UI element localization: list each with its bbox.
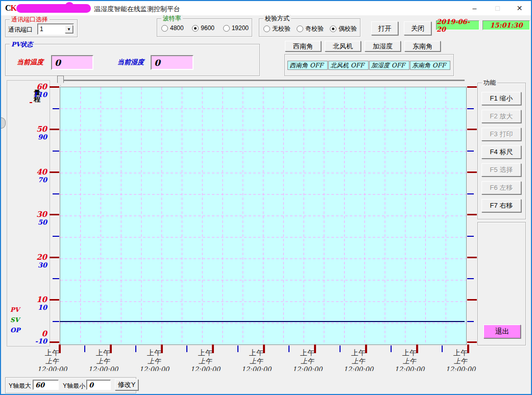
y-label-humidity--10: -10 <box>27 337 47 345</box>
zone-button-北风机[interactable]: 北风机 <box>325 41 361 52</box>
zone-button-西南角[interactable]: 西南角 <box>285 41 321 52</box>
application-window: CK 温湿度智能在线监测控制平台 – □ ✕ 通讯端口选择 通讯端口 1 ▼ 波… <box>0 0 532 395</box>
function-group: 功能 F1 缩小F2 放大F3 打印F4 标尺F5 选择F6 左移F7 右移 <box>477 83 526 219</box>
zone-status-frame: 西南角 OFF北风机 OFF加湿度 OFF东南角 OFF <box>284 54 454 76</box>
y-label-humidity-50: 50 <box>27 218 47 226</box>
left-edge-slider-thumb[interactable] <box>1 117 6 129</box>
y-label-humidity-110: 110 <box>27 91 47 98</box>
baud-option-9600[interactable]: 9600 <box>192 24 214 32</box>
parity-radio-icon[interactable] <box>263 26 270 32</box>
y-tick-temp-left-10 <box>50 299 59 301</box>
parity-group: 校验方式 无校验奇校验偶校验 <box>259 18 360 37</box>
parity-option-偶校验[interactable]: 偶校验 <box>330 24 357 33</box>
parity-option-无校验[interactable]: 无校验 <box>263 24 291 33</box>
y-tick-minor-left-5 <box>53 321 59 322</box>
fn-button-F6 左移: F6 左移 <box>481 181 521 194</box>
baud-radio-icon[interactable] <box>192 25 199 32</box>
dropdown-arrow-icon[interactable]: ▼ <box>65 25 73 33</box>
baud-radio-icon[interactable] <box>223 25 230 32</box>
y-tick-minor-right-2 <box>467 193 474 194</box>
baud-radio-icon[interactable] <box>161 25 168 32</box>
y-tick-temp-right-20 <box>467 257 477 258</box>
y-min-input[interactable]: 0 <box>86 380 111 390</box>
parity-radio-icon[interactable] <box>297 26 303 32</box>
x-label-ampm-italic: 上午 <box>444 357 477 365</box>
x-label-time: 12:00:00 <box>87 365 119 371</box>
y-tick-temp-left-40 <box>50 171 59 173</box>
y-max-input[interactable]: 60 <box>33 380 59 390</box>
x-label-group-1: 上午上午12:00:00 <box>87 349 119 371</box>
x-tick-minor-5 <box>340 345 341 352</box>
fn-button-F4 标尺[interactable]: F4 标尺 <box>481 145 521 159</box>
function-group-label: 功能 <box>482 79 497 86</box>
parity-radio-label: 奇校验 <box>305 24 324 33</box>
y-label-humidity-10: 10 <box>27 304 47 311</box>
app-logo-icon: CK <box>5 4 16 13</box>
comm-port-label: 通讯端口 <box>8 26 33 34</box>
maximize-button: □ <box>486 1 509 15</box>
x-tick-minor-6 <box>391 345 392 352</box>
y-tick-minor-right-4 <box>467 278 474 279</box>
y-tick-minor-right-3 <box>467 236 474 237</box>
comm-port-dropdown[interactable]: 1 ▼ <box>37 23 74 35</box>
close-button[interactable]: ✕ <box>508 1 531 15</box>
x-label-group-2: 上午上午12:00:00 <box>138 349 171 371</box>
fn-button-F7 右移[interactable]: F7 右移 <box>481 199 521 212</box>
fn-button-F2 放大: F2 放大 <box>481 110 521 123</box>
x-tick-minor-3 <box>237 345 238 352</box>
x-label-time: 12:00:00 <box>393 365 426 371</box>
time-scrollbar-track[interactable] <box>57 80 465 81</box>
comm-port-group-label: 通讯端口选择 <box>10 16 50 23</box>
minimize-button[interactable]: – <box>463 1 486 15</box>
y-tick-temp-left-50 <box>50 129 59 130</box>
x-label-time: 12:00:00 <box>240 365 273 371</box>
parity-radio-icon[interactable] <box>330 26 336 32</box>
x-label-ampm: 上午 <box>87 349 119 357</box>
current-temp-value: 0 <box>51 55 93 70</box>
y-tick-temp-left-20 <box>50 257 59 258</box>
x-label-time: 12:00:00 <box>291 365 324 371</box>
baud-option-4800[interactable]: 4800 <box>161 24 184 32</box>
redacted-company-name <box>16 4 91 13</box>
title-bar[interactable]: CK 温湿度智能在线监测控制平台 – □ ✕ <box>1 1 531 15</box>
x-label-time: 12:00:00 <box>444 365 477 371</box>
zone-status-field-1: 北风机 OFF <box>328 61 369 70</box>
fn-button-F1 缩小[interactable]: F1 缩小 <box>481 92 521 105</box>
time-display: 15:01:30 <box>482 20 530 30</box>
close-port-button[interactable]: 关闭 <box>404 21 431 35</box>
y-tick-minor-left-1 <box>53 151 59 152</box>
pv-status-group: PV状态 当前温度 0 当前湿度 0 <box>5 44 260 76</box>
zone-button-东南角[interactable]: 东南角 <box>404 41 441 52</box>
zone-button-加湿度[interactable]: 加湿度 <box>365 41 401 52</box>
trend-plot-area[interactable] <box>60 87 467 345</box>
grid-lines <box>60 87 466 344</box>
y-tick-minor-right-0 <box>467 108 474 109</box>
y-tick-temp-right-60 <box>467 86 477 88</box>
x-label-ampm: 上午 <box>444 349 477 357</box>
x-label-ampm: 上午 <box>342 349 375 357</box>
series-label-SV: SV <box>10 316 19 324</box>
baud-option-19200[interactable]: 19200 <box>223 24 249 32</box>
x-label-group-7: 上午上午12:00:00 <box>393 349 426 371</box>
time-scrollbar-thumb[interactable] <box>57 76 64 86</box>
series-label-OP: OP <box>10 327 20 334</box>
y-tick-temp-right-10 <box>467 299 477 301</box>
zone-status-field-2: 加湿度 OFF <box>369 61 409 70</box>
y-tick-minor-left-3 <box>53 236 59 237</box>
y-tick-minor-right-5 <box>467 321 474 322</box>
redaction-dot <box>65 2 74 9</box>
open-port-button[interactable]: 打开 <box>371 21 398 35</box>
pv-trace-line <box>60 321 465 322</box>
x-tick-minor-2 <box>186 345 187 352</box>
baud-radio-label: 4800 <box>170 24 184 32</box>
x-label-ampm: 上午 <box>189 349 222 357</box>
modify-y-button[interactable]: 修改Y <box>115 379 138 390</box>
x-label-ampm: 上午 <box>138 349 171 357</box>
parity-option-奇校验[interactable]: 奇校验 <box>297 24 324 33</box>
y-tick-temp-right-40 <box>467 171 477 173</box>
exit-button[interactable]: 退出 <box>483 325 521 338</box>
y-label-temp-30: 30 <box>27 210 47 219</box>
y-label-temp-60: 60 <box>27 82 47 91</box>
y-label-humidity-70: 70 <box>27 176 47 183</box>
zone-status-field-0: 西南角 OFF <box>287 61 328 70</box>
